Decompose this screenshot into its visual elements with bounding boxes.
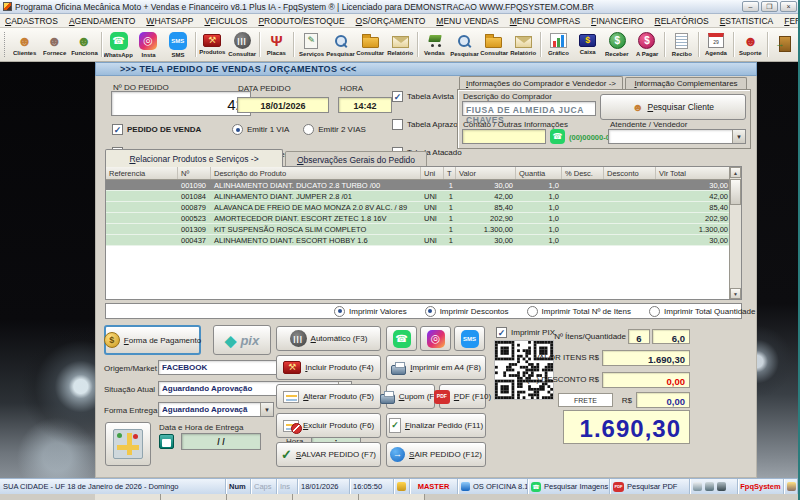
button-incluir-produto[interactable]: ⚒Incluir Produto (F4) — [276, 355, 381, 380]
column-vlr-total[interactable]: Vlr Total — [656, 167, 731, 179]
atendente-select[interactable]: ▼ — [608, 129, 746, 144]
menu-estatistica[interactable]: ESTATISTICA — [720, 16, 774, 26]
data-entrega-field[interactable]: / / — [181, 433, 261, 450]
scroll-up-icon[interactable]: ▲ — [730, 167, 741, 178]
toolbar-consultar[interactable]: Consultar — [479, 28, 509, 61]
scroll-down-icon[interactable]: ▼ — [730, 288, 741, 299]
toolbar-receber[interactable]: $Receber — [603, 28, 633, 61]
toolbar-recibo[interactable]: Recibo — [667, 28, 697, 61]
tabela-aprazo-checkbox[interactable]: Tabela Aprazo — [392, 119, 458, 130]
toolbar-funciona[interactable]: ☻Funciona — [69, 28, 99, 61]
toolbar-whatsapp[interactable]: ☎WhatsApp — [104, 28, 134, 61]
status-pesquisar-pdf[interactable]: PDFPesquisar PDF — [610, 479, 690, 494]
entrega-select[interactable]: Aguardando Aprovaçã▼ — [158, 402, 274, 417]
toolbar-consultar[interactable]: |||Consultar — [227, 28, 257, 61]
button-sair-pedido[interactable]: →SAIR PEDIDO (F12) — [386, 442, 486, 467]
menu-menu-vendas[interactable]: MENU VENDAS — [436, 16, 498, 26]
emitir-1-via-radio[interactable]: Emitir 1 VIA — [232, 124, 289, 135]
table-row[interactable]: 000437ALINHAMENTO DIANT. ESCORT HOBBY 1.… — [106, 235, 741, 246]
toolbar-pesquisar[interactable]: Pesquisar — [449, 28, 479, 61]
forma-pagamento-button[interactable]: $Forma de Pagamento — [104, 325, 201, 355]
numero-pedido-field[interactable]: 42 — [111, 91, 251, 116]
pix-button[interactable]: ◆pix — [213, 325, 271, 355]
contato-field[interactable] — [462, 129, 546, 144]
send-instagram-button[interactable]: ◎ — [420, 326, 451, 351]
button-finalizar-pedido[interactable]: ✓Finalizar Pedido (F11) — [386, 413, 486, 438]
radio-imprimir-total-n-de-itens[interactable]: Imprimir Total Nº de Itens — [527, 306, 631, 317]
column-valor[interactable]: Valor — [456, 167, 516, 179]
button-pdf[interactable]: PDFPDF (F10) — [439, 384, 486, 409]
button-alterar-produto[interactable]: Alterar Produto (F5) — [276, 384, 381, 409]
menu-produto-estoque[interactable]: PRODUTO/ESTOQUE — [258, 16, 344, 26]
menu-veiculos[interactable]: VEICULOS — [204, 16, 247, 26]
send-sms-button[interactable]: SMS — [454, 326, 485, 351]
menu-agendamento[interactable]: AGENDAMENTO — [69, 16, 135, 26]
toolbar-relatorio[interactable]: Relatório — [385, 28, 415, 61]
data-pedido-field[interactable]: 18/01/2026 — [237, 97, 329, 113]
table-row[interactable]: 001090ALINHAMENTO DIANT. DUCATO 2.8 TURB… — [106, 180, 741, 191]
toolbar-placas[interactable]: ΨPlacas — [262, 28, 292, 61]
button-imprimir-em-a4[interactable]: Imprimir em A4 (F8) — [386, 355, 486, 380]
button-excluir-produto[interactable]: Excluir Produto (F6) — [276, 413, 381, 438]
column-descricao-do-produto[interactable]: Descrição do Produto — [211, 167, 421, 179]
tab-observacoes-gerais[interactable]: Observações Gerais do Pedido — [285, 151, 427, 167]
menu-relatorios[interactable]: RELATÓRIOS — [655, 16, 709, 26]
toolbar-consultar[interactable]: Consultar — [356, 28, 386, 61]
column-referencia[interactable]: Referencia — [106, 167, 178, 179]
menu-financeiro[interactable]: FINANCEIRO — [591, 16, 643, 26]
radio-imprimir-descontos[interactable]: Imprimir Descontos — [425, 306, 509, 317]
toolbar-fornece[interactable]: ☻Fornece — [40, 28, 70, 61]
toolbar-vendas[interactable]: Vendas — [420, 28, 450, 61]
menu-menu-compras[interactable]: MENU COMPRAS — [510, 16, 580, 26]
toolbar-caixa[interactable]: $Caixa — [573, 28, 603, 61]
toolbar-exit[interactable] — [770, 28, 800, 61]
toolbar-a-pagar[interactable]: $A Pagar — [632, 28, 662, 61]
toolbar-pesquisar[interactable]: Pesquisar — [326, 28, 356, 61]
toolbar-servicos[interactable]: ✎Serviços — [296, 28, 326, 61]
tabela-avista-checkbox[interactable]: ✓Tabela Avista — [392, 91, 454, 102]
column-desconto[interactable]: Desconto — [604, 167, 656, 179]
column-quantia[interactable]: Quantia — [516, 167, 562, 179]
button-salvar-pedido[interactable]: ✓SALVAR PEDIDO (F7) — [276, 442, 381, 467]
menu-os-orcamento[interactable]: OS/ORÇAMENTO — [356, 16, 426, 26]
column-uni[interactable]: Uni — [421, 167, 444, 179]
toolbar-agenda[interactable]: 29Agenda — [701, 28, 731, 61]
close-button[interactable]: × — [780, 1, 797, 12]
menu-ferramentas[interactable]: FERRAMENTAS — [784, 16, 800, 26]
pedido-de-venda-checkbox[interactable]: ✓PEDIDO DE VENDA — [112, 124, 201, 135]
toolbar-grafico[interactable]: Gráfico — [543, 28, 573, 61]
toolbar-sms[interactable]: SMSSMS — [163, 28, 193, 61]
table-row[interactable]: 001084ALINHAMENTO DIANT. JUMPER 2.8 /01U… — [106, 191, 741, 202]
mapa-entrega-button[interactable] — [105, 422, 151, 466]
calendar-mini-icon[interactable] — [159, 434, 174, 449]
radio-imprimir-total-quantidade[interactable]: Imprimir Total Quantidade — [649, 306, 755, 317]
emitir-2-vias-radio[interactable]: Emitir 2 VIAS — [303, 124, 366, 135]
column-desc[interactable]: % Desc. — [562, 167, 604, 179]
tab-informacao-complementares[interactable]: Informação Complementares — [625, 77, 747, 89]
menu-whatsapp[interactable]: WHATSAPP — [146, 16, 193, 26]
table-row[interactable]: 000523AMORTECEDOR DIANT. ESCORT ZETEC 1.… — [106, 213, 741, 224]
table-scrollbar[interactable]: ▲ ▼ — [729, 167, 741, 299]
hora-pedido-field[interactable]: 14:42 — [338, 97, 392, 113]
button-automatico[interactable]: |||Automático (F3) — [276, 326, 381, 351]
toolbar-produtos[interactable]: ⚒Produtos — [198, 28, 228, 61]
minimize-button[interactable]: – — [742, 1, 759, 12]
send-whatsapp-button[interactable]: ☎ — [386, 326, 417, 351]
frete-button[interactable]: FRETE — [558, 393, 613, 407]
column-n[interactable]: Nº — [178, 167, 211, 179]
toolbar-suporte[interactable]: ☻Suporte — [736, 28, 766, 61]
toolbar-relatorio[interactable]: Relatório — [509, 28, 539, 61]
table-row[interactable]: 000879ALAVANCA DE FREIO DE MAO MONZA 2.0… — [106, 202, 741, 213]
status-pesquisar-imagens[interactable]: ☎Pesquisar Imagens — [528, 479, 610, 494]
tab-comprador-vendedor[interactable]: Informações do Comprador e Vendedor -> — [459, 76, 623, 89]
restore-button[interactable]: ❐ — [761, 1, 778, 12]
pesquisar-cliente-button[interactable]: ☻ Pesquisar Cliente — [600, 94, 746, 120]
tab-relacionar-produtos[interactable]: Relacionar Produtos e Serviços -> — [105, 149, 283, 167]
column-t[interactable]: T — [444, 167, 456, 179]
menu-cadastros[interactable]: CADASTROS — [5, 16, 58, 26]
table-row[interactable]: 001309KIT SUSPENSÃO ROSCA SLIM COMPLETO1… — [106, 224, 741, 235]
descricao-comprador-field[interactable]: FIUSA DE ALMEIDA JUCA CHAVES — [462, 101, 596, 116]
toolbar-insta[interactable]: ◎Insta — [133, 28, 163, 61]
radio-imprimir-valores[interactable]: Imprimir Valores — [334, 306, 407, 317]
scroll-thumb[interactable] — [730, 179, 741, 205]
